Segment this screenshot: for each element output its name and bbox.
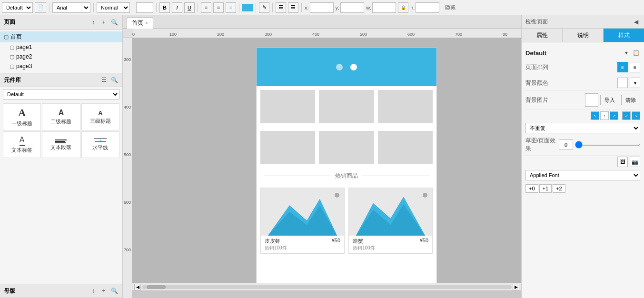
y-input[interactable]	[340, 2, 364, 13]
layout-align-btn1[interactable]: ≡	[617, 62, 628, 72]
page-icon-btn[interactable]: 📄	[35, 2, 46, 13]
ruler-mark-500: 500	[360, 32, 367, 37]
comp-h2[interactable]: A 二级标题	[42, 103, 80, 130]
italic-btn[interactable]: I	[172, 2, 182, 13]
align-btn1[interactable]: ≡	[201, 2, 211, 13]
master-icons: ↑ + 🔍	[89, 287, 119, 295]
applied-font-select[interactable]: Applied Font	[525, 170, 640, 180]
product-title-row-2: 螃蟹 ¥50	[353, 238, 428, 245]
coord-y: y:	[336, 2, 365, 13]
style-copy-btn[interactable]: 📋	[632, 49, 640, 57]
product-sub-2: 热销100件	[353, 245, 428, 251]
comp-search-btn[interactable]: 🔍	[110, 76, 119, 84]
page-item-1[interactable]: ▢ page1	[0, 42, 122, 52]
font-select[interactable]: Arial	[52, 2, 90, 13]
comp-h1[interactable]: A 一级标题	[3, 103, 41, 130]
page-search-btn[interactable]: 🔍	[110, 18, 119, 27]
sketch-icons-row: 🖼 📷	[525, 156, 640, 168]
lib-select-row: Default	[0, 87, 122, 101]
font-tag-1[interactable]: +1	[539, 184, 552, 193]
pages-list: ▢ 首页 ▢ page1 ▢ page2 ▢ page3	[0, 30, 122, 73]
h-scrollbar[interactable]: ◀ ▶	[132, 283, 521, 290]
pages-icons: ↑ + 🔍	[89, 18, 119, 27]
canvas-tab-close[interactable]: ×	[145, 20, 148, 26]
page-canvas: 热销商品	[256, 48, 437, 286]
scrollbar-thumb[interactable]	[147, 285, 166, 289]
master-search-btn[interactable]: 🔍	[110, 287, 119, 295]
list-btn1[interactable]: ☰	[276, 2, 286, 13]
pos-btn-tl[interactable]: ↖	[591, 111, 599, 120]
color-btn[interactable]	[242, 4, 253, 11]
align-btn2[interactable]: ≡	[213, 2, 224, 13]
ruler-mark-600: 600	[407, 32, 415, 37]
lock-btn[interactable]: 🔒	[398, 2, 408, 13]
style-select[interactable]: Normal	[97, 2, 130, 13]
grid-item-2-1	[260, 131, 315, 164]
repeat-row: 不重复	[525, 122, 640, 134]
scroll-right-btn[interactable]: ▶	[513, 284, 519, 290]
pos-btn-tc[interactable]: ↑	[600, 111, 609, 120]
page-item-home[interactable]: ▢ 首页	[0, 31, 122, 42]
right-tab-attr[interactable]: 属性	[522, 29, 563, 42]
repeat-select[interactable]: 不重复	[525, 123, 640, 133]
pos-btn-tr[interactable]: ↗	[610, 111, 618, 120]
bg-clear-btn[interactable]: 清除	[621, 95, 640, 105]
sketch-icon-btn2[interactable]: 📷	[630, 157, 640, 167]
page1-label: page1	[16, 44, 119, 50]
banner-dot-2	[350, 64, 357, 70]
bold-btn[interactable]: B	[159, 2, 170, 13]
size-input[interactable]: 13	[136, 2, 153, 13]
h2-icon: A	[59, 109, 64, 117]
underline-btn[interactable]: U	[184, 2, 195, 13]
page-home-label: 首页	[10, 33, 119, 41]
comp-text-label[interactable]: A 文本标签	[3, 131, 41, 158]
page-item-3[interactable]: ▢ page3	[0, 61, 122, 71]
comp-menu-btn[interactable]: ☰	[99, 76, 108, 84]
w-input[interactable]	[372, 2, 396, 13]
style-name: Default	[525, 50, 546, 57]
x-input[interactable]	[310, 2, 334, 13]
bg-color-dropdown[interactable]: ▾	[630, 78, 640, 88]
master-add-btn[interactable]: +	[99, 287, 108, 295]
wf-banner	[257, 48, 436, 86]
sep4	[156, 3, 157, 12]
right-tab-desc[interactable]: 说明	[563, 29, 604, 42]
right-nav-left-btn[interactable]: ◀	[632, 18, 640, 26]
wf-products: 皮皮虾 ¥50 热销100件	[257, 184, 436, 258]
comp-text-para[interactable]: 文本段落	[42, 131, 80, 158]
canvas-viewport[interactable]: 热销商品	[132, 38, 521, 290]
sketch-icon-btn1[interactable]: 🖼	[617, 157, 628, 167]
sketch-slider[interactable]	[575, 144, 640, 146]
style-dropdown-btn[interactable]: ▾	[622, 49, 631, 57]
ruler-corner	[123, 29, 132, 38]
font-tag-2[interactable]: +2	[553, 184, 565, 193]
edit-btn1[interactable]: ✎	[259, 2, 269, 13]
comp-hline[interactable]: 水平线	[81, 131, 119, 158]
page-export-btn[interactable]: ↑	[89, 18, 98, 27]
layout-align-btn2[interactable]: ≡	[630, 62, 640, 72]
hline-label: 水平线	[92, 144, 108, 151]
scroll-left-btn[interactable]: ◀	[134, 284, 141, 290]
comp-h3[interactable]: A 三级标题	[81, 103, 119, 130]
align-btn3[interactable]: ≡	[226, 2, 236, 13]
sketch-controls: 0	[559, 139, 640, 150]
bg-image-preview	[585, 93, 598, 107]
list-btn2[interactable]: ☰	[288, 2, 298, 13]
default-select[interactable]: Default	[2, 2, 33, 13]
canvas-tab-home[interactable]: 首页 ×	[127, 17, 153, 29]
font-tag-0[interactable]: +0	[525, 184, 538, 193]
bg-color-preview[interactable]	[617, 78, 628, 88]
lib-select[interactable]: Default	[3, 89, 119, 99]
bg-import-btn[interactable]: 导入	[600, 95, 619, 105]
sketch-input[interactable]: 0	[559, 139, 573, 150]
right-tab-style[interactable]: 样式	[604, 29, 644, 42]
page-add-btn[interactable]: +	[99, 18, 108, 27]
master-export-btn[interactable]: ↑	[89, 287, 98, 295]
sep2	[93, 3, 94, 12]
pos-btn-bl[interactable]: ↙	[622, 111, 631, 120]
page-item-2[interactable]: ▢ page2	[0, 52, 122, 61]
h-input[interactable]	[416, 2, 439, 13]
style-name-row: Default ▾ 📋	[525, 46, 640, 60]
wf-grid-row-1	[257, 86, 436, 127]
pos-btn-br[interactable]: ↘	[632, 111, 640, 120]
